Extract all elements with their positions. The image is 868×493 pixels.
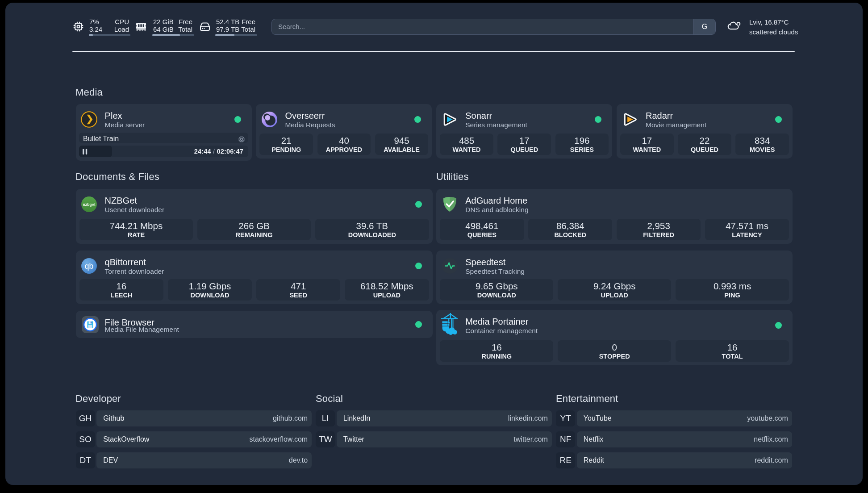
svg-text:nzbget: nzbget <box>83 202 96 207</box>
svg-text:qb: qb <box>85 262 93 271</box>
